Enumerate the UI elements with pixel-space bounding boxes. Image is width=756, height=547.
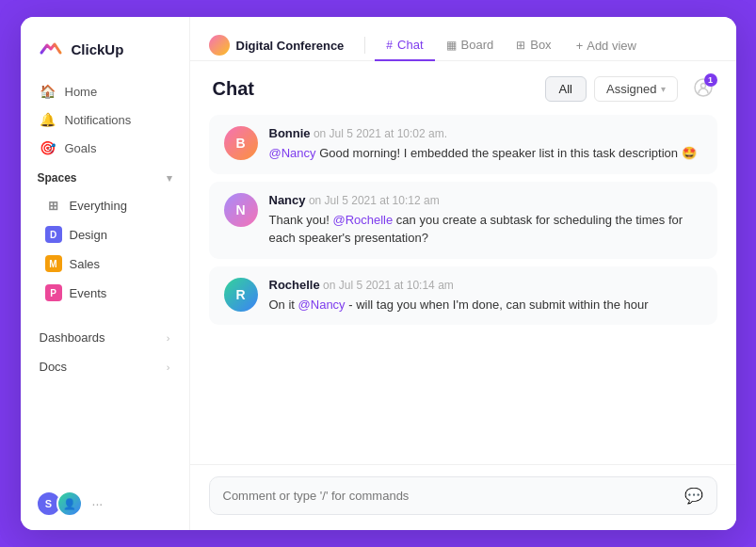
tab-box[interactable]: ⊞ Box [505, 30, 562, 61]
msg-meta-3: Rochelle on Jul 5 2021 at 10:14 am [269, 278, 702, 292]
project-icon [209, 35, 230, 56]
box-tab-icon: ⊞ [516, 39, 525, 52]
sidebar-item-goals-label: Goals [65, 141, 97, 155]
space-sales-label: Sales [70, 257, 101, 271]
sidebar-footer: S 👤 ··· [21, 477, 189, 530]
sidebar-item-notifications[interactable]: 🔔 Notifications [30, 105, 180, 134]
home-icon: 🏠 [40, 84, 56, 99]
msg-timestamp-1: on Jul 5 2021 at 10:02 am. [314, 127, 447, 140]
spaces-chevron-icon: ▾ [167, 172, 172, 185]
spaces-section-header[interactable]: Spaces ▾ [21, 162, 189, 190]
rochelle-avatar: R [224, 278, 258, 312]
chat-header: Chat All Assigned ▾ 1 [190, 61, 736, 111]
assigned-filter-button[interactable]: Assigned ▾ [594, 76, 677, 102]
chat-title: Chat [213, 78, 254, 100]
msg-text-after-1: Good morning! I embedded the speaker lis… [319, 146, 696, 160]
sidebar-item-docs[interactable]: Docs › [30, 352, 180, 381]
sidebar-item-events[interactable]: P Events [28, 279, 182, 307]
spaces-list: ⊞ Everything D Design M Sales P Events [21, 190, 189, 308]
mention-1: @Nancy [269, 146, 316, 160]
goals-icon: 🎯 [40, 140, 56, 155]
avatar-user: 👤 [56, 491, 83, 517]
mention-3: @Nancy [298, 298, 346, 312]
msg-text-after-3: - will tag you when I'm done, can submit… [348, 298, 648, 312]
msg-body-1: Bonnie on Jul 5 2021 at 10:02 am. @Nancy… [269, 126, 702, 163]
msg-text-1: @Nancy Good morning! I embedded the spea… [269, 144, 702, 163]
msg-author-3: Rochelle [269, 278, 320, 292]
space-design-label: Design [70, 228, 107, 242]
project-name: Digital Conference [236, 39, 345, 53]
send-icon[interactable]: 💬 [684, 487, 703, 505]
comment-input[interactable] [223, 489, 677, 503]
sidebar-item-notifications-label: Notifications [65, 113, 132, 127]
tab-board[interactable]: ▦ Board [435, 30, 506, 61]
msg-author-2: Nancy [269, 193, 306, 207]
message-card: R Rochelle on Jul 5 2021 at 10:14 am On … [209, 266, 717, 326]
sidebar-item-everything[interactable]: ⊞ Everything [28, 191, 182, 219]
top-bar: Digital Conference # Chat ▦ Board ⊞ Box … [190, 17, 736, 61]
msg-meta-1: Bonnie on Jul 5 2021 at 10:02 am. [269, 126, 702, 140]
logo-text: ClickUp [72, 41, 124, 57]
spaces-label: Spaces [38, 171, 77, 185]
box-tab-label: Box [530, 38, 551, 52]
events-dot: P [45, 284, 62, 301]
everything-icon: ⊞ [45, 197, 62, 214]
sales-dot: M [45, 255, 62, 272]
msg-text-3: On it @Nancy - will tag you when I'm don… [269, 296, 702, 314]
msg-author-1: Bonnie [269, 126, 311, 140]
board-tab-icon: ▦ [446, 39, 457, 52]
notification-button[interactable]: 1 [693, 77, 714, 102]
chat-filters: All Assigned ▾ 1 [545, 76, 714, 102]
dashboards-chevron-icon: › [167, 332, 170, 344]
docs-label: Docs [40, 360, 68, 374]
msg-timestamp-3: on Jul 5 2021 at 10:14 am [323, 279, 454, 292]
app-wrapper: ClickUp 🏠 Home 🔔 Notifications 🎯 Goals S… [0, 0, 756, 547]
tab-chat[interactable]: # Chat [375, 30, 434, 61]
msg-body-2: Nancy on Jul 5 2021 at 10:12 am Thank yo… [269, 193, 702, 248]
sidebar-item-home-label: Home [65, 85, 98, 99]
main-content: Digital Conference # Chat ▦ Board ⊞ Box … [190, 17, 736, 530]
space-everything-label: Everything [70, 199, 127, 213]
docs-chevron-icon: › [167, 362, 170, 373]
sidebar: ClickUp 🏠 Home 🔔 Notifications 🎯 Goals S… [21, 17, 190, 530]
comment-input-wrapper: 💬 [209, 476, 717, 515]
notification-badge: 1 [704, 73, 717, 87]
add-view-plus-icon: + [576, 39, 584, 53]
msg-meta-2: Nancy on Jul 5 2021 at 10:12 am [269, 193, 702, 207]
message-card: B Bonnie on Jul 5 2021 at 10:02 am. @Nan… [209, 115, 717, 174]
sidebar-item-home[interactable]: 🏠 Home [30, 77, 180, 105]
msg-body-3: Rochelle on Jul 5 2021 at 10:14 am On it… [269, 278, 702, 314]
sidebar-item-dashboards[interactable]: Dashboards › [30, 323, 180, 352]
space-events-label: Events [70, 286, 107, 300]
msg-text-before-2: Thank you! [269, 213, 333, 227]
bonnie-avatar: B [224, 126, 258, 160]
nancy-avatar: N [224, 193, 258, 227]
design-dot: D [45, 226, 62, 243]
sidebar-item-sales[interactable]: M Sales [28, 249, 182, 278]
divider [364, 37, 365, 54]
sidebar-item-goals[interactable]: 🎯 Goals [30, 134, 180, 162]
assigned-chevron-icon: ▾ [661, 84, 666, 94]
logo[interactable]: ClickUp [21, 17, 189, 77]
sidebar-bottom: Dashboards › Docs › [21, 319, 189, 385]
avatar-group: S 👤 [36, 491, 83, 517]
msg-text-before-3: On it [269, 298, 298, 312]
more-button[interactable]: ··· [92, 496, 104, 511]
chat-tab-label: Chat [397, 38, 423, 52]
add-view-button[interactable]: + Add view [567, 31, 646, 60]
chat-tab-icon: # [386, 39, 393, 52]
msg-text-2: Thank you! @Rochelle can you create a su… [269, 211, 702, 248]
app-container: ClickUp 🏠 Home 🔔 Notifications 🎯 Goals S… [21, 17, 736, 530]
add-view-label: Add view [587, 39, 636, 53]
dashboards-label: Dashboards [40, 330, 105, 345]
sidebar-nav: 🏠 Home 🔔 Notifications 🎯 Goals [21, 77, 189, 162]
all-filter-button[interactable]: All [545, 76, 587, 102]
message-card: N Nancy on Jul 5 2021 at 10:12 am Thank … [209, 182, 717, 259]
msg-timestamp-2: on Jul 5 2021 at 10:12 am [309, 194, 440, 207]
messages-area: B Bonnie on Jul 5 2021 at 10:02 am. @Nan… [190, 111, 736, 464]
clickup-logo-icon [38, 36, 64, 62]
notifications-icon: 🔔 [40, 112, 56, 127]
sidebar-item-design[interactable]: D Design [28, 220, 182, 249]
comment-box: 💬 [190, 464, 736, 530]
assigned-label: Assigned [606, 82, 656, 96]
